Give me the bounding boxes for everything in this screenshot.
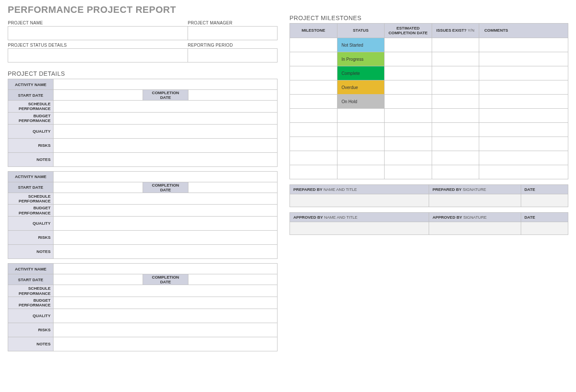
est-completion-cell[interactable] [385, 165, 432, 179]
issues-cell[interactable] [432, 151, 479, 165]
approved-by-date-header: DATE [521, 213, 568, 222]
budget-performance-input[interactable] [54, 297, 278, 309]
issues-cell[interactable] [432, 109, 479, 123]
comments-cell[interactable] [479, 38, 568, 52]
risks-input[interactable] [54, 138, 278, 152]
status-cell[interactable]: Overdue [337, 80, 385, 95]
quality-input[interactable] [54, 309, 278, 323]
milestone-cell[interactable] [290, 165, 337, 179]
milestone-row: Overdue [290, 80, 568, 95]
est-completion-cell[interactable] [385, 137, 432, 151]
est-completion-cell[interactable] [385, 109, 432, 123]
activity-name-input[interactable] [54, 171, 278, 182]
start-date-label: START DATE [8, 182, 54, 193]
project-name-input[interactable] [8, 27, 188, 40]
milestone-cell[interactable] [290, 95, 337, 109]
quality-input[interactable] [54, 124, 278, 138]
milestone-row: Complete [290, 66, 568, 80]
est-completion-cell[interactable] [385, 151, 432, 165]
status-cell[interactable] [337, 123, 385, 137]
milestone-cell[interactable] [290, 109, 337, 123]
prepared-by-name-input[interactable] [290, 194, 429, 207]
est-completion-cell[interactable] [385, 38, 432, 52]
milestone-cell[interactable] [290, 80, 337, 95]
approved-by-date-input[interactable] [521, 222, 568, 235]
status-cell[interactable] [337, 165, 385, 179]
approved-by-sig-input[interactable] [429, 222, 521, 235]
milestone-cell[interactable] [290, 137, 337, 151]
issues-cell[interactable] [432, 52, 479, 66]
start-date-input[interactable] [54, 90, 143, 101]
approved-by-name-input[interactable] [290, 222, 429, 235]
completion-date-input[interactable] [188, 90, 278, 101]
milestone-row: Not Started [290, 38, 568, 52]
status-cell[interactable]: On Hold [337, 95, 385, 109]
start-date-input[interactable] [54, 182, 143, 193]
schedule-performance-input[interactable] [54, 193, 278, 205]
milestone-cell[interactable] [290, 52, 337, 66]
comments-cell[interactable] [479, 137, 568, 151]
est-completion-cell[interactable] [385, 80, 432, 95]
issues-cell[interactable] [432, 38, 479, 52]
reporting-period-input[interactable] [188, 49, 278, 62]
comments-cell[interactable] [479, 66, 568, 80]
risks-input[interactable] [54, 231, 278, 245]
budget-performance-input[interactable] [54, 205, 278, 217]
milestone-cell[interactable] [290, 151, 337, 165]
milestone-cell[interactable] [290, 38, 337, 52]
completion-date-input[interactable] [188, 182, 278, 193]
th-milestone: MILESTONE [290, 24, 337, 38]
quality-label: QUALITY [8, 124, 54, 138]
comments-cell[interactable] [479, 109, 568, 123]
issues-cell[interactable] [432, 80, 479, 95]
status-cell[interactable] [337, 109, 385, 123]
status-cell[interactable] [337, 137, 385, 151]
comments-cell[interactable] [479, 95, 568, 109]
status-cell[interactable]: In Progress [337, 52, 385, 66]
est-completion-cell[interactable] [385, 66, 432, 80]
activity-name-label: ACTIVITY NAME [8, 79, 54, 90]
issues-cell[interactable] [432, 66, 479, 80]
risks-label: RISKS [8, 138, 54, 152]
issues-cell[interactable] [432, 137, 479, 151]
comments-cell[interactable] [479, 165, 568, 179]
schedule-performance-input[interactable] [54, 101, 278, 113]
activity-name-input[interactable] [54, 264, 278, 274]
th-issues: ISSUES EXIST? Y/N [432, 24, 479, 38]
schedule-performance-input[interactable] [54, 285, 278, 297]
activity-name-input[interactable] [54, 79, 278, 90]
prepared-by-date-header: DATE [521, 185, 568, 194]
issues-cell[interactable] [432, 165, 479, 179]
status-details-input[interactable] [8, 49, 188, 62]
budget-performance-label: BUDGET PERFORMANCE [8, 112, 54, 124]
milestone-row [290, 165, 568, 179]
prepared-by-date-input[interactable] [521, 194, 568, 207]
est-completion-cell[interactable] [385, 52, 432, 66]
budget-performance-input[interactable] [54, 112, 278, 124]
prepared-by-sig-input[interactable] [429, 194, 521, 207]
status-cell[interactable]: Not Started [337, 38, 385, 52]
comments-cell[interactable] [479, 80, 568, 95]
status-cell[interactable] [337, 151, 385, 165]
milestones-table: MILESTONE STATUS ESTIMATED COMPLETION DA… [289, 23, 568, 179]
notes-input[interactable] [54, 245, 278, 259]
comments-cell[interactable] [479, 123, 568, 137]
est-completion-cell[interactable] [385, 95, 432, 109]
est-completion-cell[interactable] [385, 123, 432, 137]
quality-input[interactable] [54, 217, 278, 231]
status-details-label: PROJECT STATUS DETAILS [8, 42, 188, 49]
project-manager-input[interactable] [188, 27, 278, 40]
risks-input[interactable] [54, 323, 278, 337]
start-date-input[interactable] [54, 274, 143, 285]
milestone-cell[interactable] [290, 123, 337, 137]
issues-cell[interactable] [432, 123, 479, 137]
completion-date-input[interactable] [188, 274, 278, 285]
activity-name-label: ACTIVITY NAME [8, 264, 54, 274]
milestone-cell[interactable] [290, 66, 337, 80]
status-cell[interactable]: Complete [337, 66, 385, 80]
comments-cell[interactable] [479, 151, 568, 165]
issues-cell[interactable] [432, 95, 479, 109]
notes-input[interactable] [54, 152, 278, 166]
comments-cell[interactable] [479, 52, 568, 66]
notes-input[interactable] [54, 337, 278, 351]
